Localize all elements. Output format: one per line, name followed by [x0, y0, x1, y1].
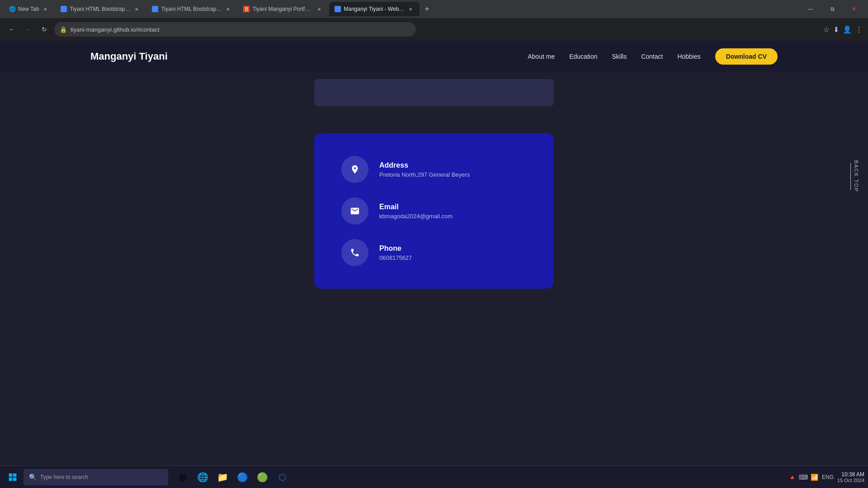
back-top-button[interactable]: BACK TOP — [850, 160, 859, 192]
browser-tab-5[interactable]: Manganyi Tiyani - Web and Sol... ✕ — [329, 2, 420, 16]
browser-actions: ☆ ⬇ 👤 ⋮ — [823, 25, 863, 34]
chrome-app[interactable]: 🔵 — [233, 468, 251, 486]
windows-taskbar: 🔍 Type here to search ⊞ 🌐 📁 🔵 🟢 ⬡ 🔺 ⌨ 📶 … — [0, 465, 868, 488]
forward-button[interactable]: → — [22, 23, 34, 36]
tab-title-2: Tiyani HTML Bootstrap 4 Temp... — [70, 6, 130, 12]
tab-close-2[interactable]: ✕ — [133, 5, 140, 13]
browser-tab-1[interactable]: 🌐 New Tab ✕ — [4, 2, 54, 16]
back-top-text: BACK TOP — [854, 160, 859, 192]
contact-address-item: Address Pretoria North,297 General Beyer… — [341, 156, 527, 183]
extensions-icon[interactable]: ⋮ — [855, 25, 863, 34]
email-icon-circle — [341, 197, 368, 225]
nav-links: About me Education Skills Contact Hobbie… — [528, 48, 778, 65]
svg-rect-2 — [9, 477, 13, 481]
tab-close-4[interactable]: ✕ — [316, 5, 323, 13]
contact-email-item: Email kbmagoda2024@gmail.com — [341, 197, 527, 225]
network-icon: 📶 — [811, 474, 818, 481]
minimize-button[interactable]: — — [800, 2, 821, 16]
contact-phone-item: Phone 0608175627 — [341, 239, 527, 266]
email-label: Email — [379, 203, 453, 211]
address-bar-row: ← → ↻ 🔒 tiyani-manganyi.github.io/#conta… — [0, 18, 868, 41]
download-icon[interactable]: ⬇ — [833, 25, 839, 34]
phone-label: Phone — [379, 244, 412, 253]
browser-tab-2[interactable]: Tiyani HTML Bootstrap 4 Temp... ✕ — [55, 2, 146, 16]
phone-icon — [350, 248, 360, 258]
close-button[interactable]: ✕ — [844, 2, 864, 16]
tab-title-4: Tiyani Manganyi Portfolio — [252, 6, 313, 12]
svg-rect-3 — [13, 477, 17, 481]
tab-favicon-5 — [335, 6, 341, 12]
reload-button[interactable]: ↻ — [38, 23, 51, 36]
contact-card: Address Pretoria North,297 General Beyer… — [314, 133, 554, 289]
tab-title-3: Tiyani HTML Bootstrap 4 Temp... — [161, 6, 222, 12]
chrome-app-2[interactable]: 🟢 — [253, 468, 271, 486]
svg-rect-1 — [13, 473, 17, 477]
browser-chrome: 🌐 New Tab ✕ Tiyani HTML Bootstrap 4 Temp… — [0, 0, 868, 41]
new-tab-button[interactable]: + — [420, 3, 433, 15]
notifications-icon[interactable]: 🔺 — [788, 474, 796, 481]
file-explorer-app[interactable]: 📁 — [213, 468, 231, 486]
nav-link-about[interactable]: About me — [528, 53, 555, 60]
address-label: Address — [379, 161, 470, 169]
contact-email-info: Email kbmagoda2024@gmail.com — [379, 203, 453, 220]
search-placeholder: Type here to search — [40, 474, 88, 480]
browser-tab-4[interactable]: B Tiyani Manganyi Portfolio ✕ — [238, 2, 328, 16]
tab-favicon-3 — [152, 6, 158, 12]
bookmark-icon[interactable]: ☆ — [823, 25, 830, 34]
taskbar-search[interactable]: 🔍 Type here to search — [24, 469, 168, 485]
tab-close-1[interactable]: ✕ — [42, 5, 49, 13]
keyboard-icon[interactable]: ⌨ — [799, 474, 808, 481]
email-icon — [350, 206, 360, 216]
url-text: tiyani-manganyi.github.io/#contact — [71, 26, 160, 33]
browser-tab-3[interactable]: Tiyani HTML Bootstrap 4 Temp... ✕ — [146, 2, 237, 16]
edge-browser-app[interactable]: 🌐 — [193, 468, 212, 486]
form-card-partial — [314, 79, 554, 106]
tab-close-5[interactable]: ✕ — [407, 5, 414, 13]
svg-rect-0 — [9, 473, 13, 477]
taskbar-system-icons: 🔺 ⌨ 📶 — [788, 474, 818, 481]
profile-icon[interactable]: 👤 — [843, 25, 852, 34]
back-button[interactable]: ← — [5, 23, 18, 36]
top-section — [0, 72, 868, 120]
taskbar-right: 🔺 ⌨ 📶 ENG 10:38 AM 15 Oct 2024 — [788, 471, 864, 483]
tab-title-1: New Tab — [18, 6, 39, 12]
nav-brand: Manganyi Tiyani — [90, 51, 168, 62]
back-top-line — [850, 163, 851, 190]
nav-link-hobbies[interactable]: Hobbies — [677, 53, 700, 60]
nav-link-skills[interactable]: Skills — [612, 53, 627, 60]
taskbar-time: 10:38 AM 15 Oct 2024 — [837, 471, 864, 483]
address-icon-circle — [341, 156, 368, 183]
tab-favicon-1: 🌐 — [9, 6, 15, 12]
date-display: 15 Oct 2024 — [837, 478, 864, 483]
time-display: 10:38 AM — [837, 471, 864, 478]
phone-icon-circle — [341, 239, 368, 266]
window-controls: — ⧉ ✕ — [800, 2, 864, 16]
page-content: Manganyi Tiyani About me Education Skill… — [0, 41, 868, 465]
tab-title-5: Manganyi Tiyani - Web and Sol... — [344, 6, 404, 12]
download-cv-button[interactable]: Download CV — [715, 48, 778, 65]
contact-section: Address Pretoria North,297 General Beyer… — [0, 120, 868, 302]
tab-favicon-4: B — [243, 6, 250, 12]
email-value: kbmagoda2024@gmail.com — [379, 213, 453, 220]
address-bar[interactable]: 🔒 tiyani-manganyi.github.io/#contact — [54, 22, 416, 37]
vscode-app[interactable]: ⬡ — [273, 468, 291, 486]
tab-close-3[interactable]: ✕ — [224, 5, 231, 13]
tab-bar: 🌐 New Tab ✕ Tiyani HTML Bootstrap 4 Temp… — [0, 0, 868, 18]
language-indicator: ENG — [822, 474, 834, 480]
contact-phone-info: Phone 0608175627 — [379, 244, 412, 261]
contact-address-info: Address Pretoria North,297 General Beyer… — [379, 161, 470, 178]
start-button[interactable] — [4, 468, 22, 486]
taskbar-apps: ⊞ 🌐 📁 🔵 🟢 ⬡ — [174, 468, 291, 486]
phone-value: 0608175627 — [379, 254, 412, 261]
secure-icon: 🔒 — [60, 26, 67, 33]
search-icon: 🔍 — [29, 474, 37, 481]
navbar: Manganyi Tiyani About me Education Skill… — [0, 41, 868, 72]
address-value: Pretoria North,297 General Beyers — [379, 171, 470, 178]
taskview-button[interactable]: ⊞ — [174, 468, 192, 486]
nav-link-education[interactable]: Education — [569, 53, 597, 60]
nav-link-contact[interactable]: Contact — [641, 53, 663, 60]
windows-icon — [8, 473, 17, 482]
location-icon — [350, 164, 360, 174]
tab-favicon-2 — [61, 6, 67, 12]
restore-button[interactable]: ⧉ — [822, 2, 843, 16]
